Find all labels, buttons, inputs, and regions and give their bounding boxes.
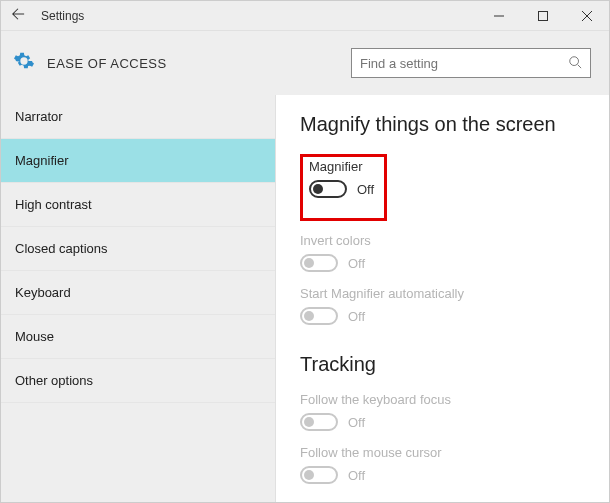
minimize-button[interactable]: [477, 1, 521, 31]
setting-label: Follow the keyboard focus: [300, 392, 587, 407]
toggle-follow-mouse: [300, 466, 338, 484]
setting-label: Invert colors: [300, 233, 587, 248]
setting-follow-mouse: Follow the mouse cursor Off: [300, 445, 587, 484]
toggle-follow-keyboard: [300, 413, 338, 431]
close-button[interactable]: [565, 1, 609, 31]
setting-follow-keyboard: Follow the keyboard focus Off: [300, 392, 587, 431]
search-input[interactable]: [360, 56, 568, 71]
setting-label: Follow the mouse cursor: [300, 445, 587, 460]
back-button[interactable]: [1, 7, 35, 24]
setting-label: Magnifier: [309, 159, 374, 174]
window-title: Settings: [35, 9, 477, 23]
section-title: Magnify things on the screen: [300, 113, 587, 136]
toggle-state: Off: [357, 182, 374, 197]
sidebar-item-narrator[interactable]: Narrator: [1, 95, 275, 139]
sidebar-item-keyboard[interactable]: Keyboard: [1, 271, 275, 315]
sidebar-item-other-options[interactable]: Other options: [1, 359, 275, 403]
sidebar-item-label: Closed captions: [15, 241, 108, 256]
highlight-box: Magnifier Off: [300, 154, 387, 221]
svg-point-4: [570, 56, 579, 65]
header: EASE OF ACCESS: [1, 31, 609, 95]
sidebar-item-label: Narrator: [15, 109, 63, 124]
toggle-state: Off: [348, 415, 365, 430]
sidebar-item-label: High contrast: [15, 197, 92, 212]
sidebar-item-magnifier[interactable]: Magnifier: [1, 139, 275, 183]
sidebar-item-high-contrast[interactable]: High contrast: [1, 183, 275, 227]
svg-line-5: [578, 64, 582, 68]
search-icon: [568, 55, 582, 72]
setting-label: Start Magnifier automatically: [300, 286, 587, 301]
toggle-start-automatically: [300, 307, 338, 325]
sidebar-item-label: Other options: [15, 373, 93, 388]
maximize-button[interactable]: [521, 1, 565, 31]
setting-invert-colors: Invert colors Off: [300, 233, 587, 272]
toggle-magnifier[interactable]: [309, 180, 347, 198]
sidebar-item-label: Magnifier: [15, 153, 68, 168]
gear-icon: [13, 50, 35, 76]
svg-rect-1: [539, 11, 548, 20]
setting-start-automatically: Start Magnifier automatically Off: [300, 286, 587, 325]
toggle-state: Off: [348, 256, 365, 271]
section-title: Tracking: [300, 353, 587, 376]
sidebar-item-closed-captions[interactable]: Closed captions: [1, 227, 275, 271]
breadcrumb: EASE OF ACCESS: [47, 56, 351, 71]
sidebar-item-label: Keyboard: [15, 285, 71, 300]
search-box[interactable]: [351, 48, 591, 78]
titlebar: Settings: [1, 1, 609, 31]
toggle-state: Off: [348, 468, 365, 483]
sidebar: Narrator Magnifier High contrast Closed …: [1, 95, 276, 502]
sidebar-item-mouse[interactable]: Mouse: [1, 315, 275, 359]
toggle-state: Off: [348, 309, 365, 324]
toggle-invert-colors: [300, 254, 338, 272]
content-pane: Magnify things on the screen Magnifier O…: [276, 95, 609, 502]
setting-magnifier: Magnifier Off: [309, 159, 374, 198]
sidebar-item-label: Mouse: [15, 329, 54, 344]
